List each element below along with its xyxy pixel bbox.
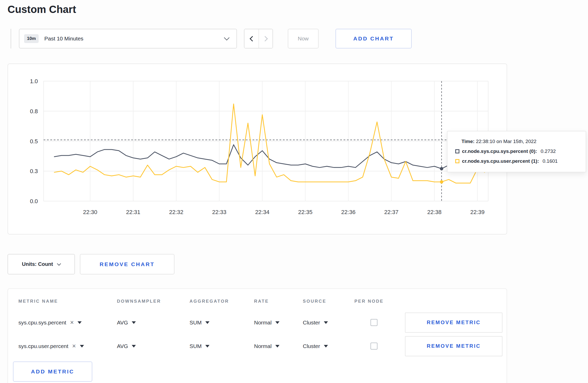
svg-text:22:32: 22:32 xyxy=(169,209,183,215)
tooltip-time-label: Time: xyxy=(461,139,474,144)
svg-text:22:39: 22:39 xyxy=(470,209,485,215)
per-node-checkbox[interactable] xyxy=(370,319,377,326)
x-icon[interactable]: ✕ xyxy=(70,320,74,325)
downsampler-value: AVG xyxy=(117,320,128,326)
metric-name-value: sys.cpu.sys.percent xyxy=(18,320,66,326)
column-header: RATE xyxy=(254,299,303,304)
source-select[interactable]: Cluster xyxy=(303,320,354,326)
tooltip-series-row: cr.node.sys.cpu.sys.percent (0): 0.2732 xyxy=(455,148,578,154)
chart-actions: Units: Count REMOVE CHART xyxy=(8,254,580,274)
svg-text:0.0: 0.0 xyxy=(30,198,38,204)
tooltip-time-value: 22:38:10 on Mar 15th, 2022 xyxy=(476,139,536,144)
metric-name-select[interactable]: sys.cpu.sys.percent ✕ xyxy=(18,320,117,326)
svg-text:22:36: 22:36 xyxy=(341,209,355,215)
svg-text:22:35: 22:35 xyxy=(298,209,312,215)
aggregator-select[interactable]: SUM xyxy=(190,343,254,349)
rate-value: Normal xyxy=(254,320,272,326)
metric-name-select[interactable]: sys.cpu.user.percent ✕ xyxy=(18,343,117,349)
x-icon[interactable]: ✕ xyxy=(72,343,76,349)
caret-down-icon xyxy=(324,321,328,324)
caret-down-icon xyxy=(275,345,279,347)
page-title: Custom Chart xyxy=(8,4,580,15)
tooltip-series-row: cr.node.sys.cpu.user.percent (1): 0.1601 xyxy=(455,158,578,164)
aggregator-value: SUM xyxy=(190,320,202,326)
rate-select[interactable]: Normal xyxy=(254,343,303,349)
metrics-table: METRIC NAME DOWNSAMPLER AGGREGATOR RATE … xyxy=(8,288,507,383)
caret-down-icon xyxy=(80,345,84,347)
tooltip-series-value: 0.1601 xyxy=(543,158,558,164)
chevron-right-icon xyxy=(262,36,268,41)
chevron-down-icon xyxy=(57,262,61,266)
series-user-swatch-icon xyxy=(455,159,459,163)
svg-text:22:30: 22:30 xyxy=(83,209,97,215)
column-header: METRIC NAME xyxy=(18,299,117,304)
tooltip-series-label: cr.node.sys.cpu.user.percent (1): xyxy=(462,158,539,164)
column-header: SOURCE xyxy=(303,299,354,304)
time-range-badge: 10m xyxy=(24,34,39,43)
now-button[interactable]: Now xyxy=(288,29,319,48)
remove-metric-button[interactable]: REMOVE METRIC xyxy=(405,313,502,333)
svg-text:22:38: 22:38 xyxy=(427,209,442,215)
custom-chart-page: Custom Chart 10m Past 10 Minutes Now ADD… xyxy=(0,0,588,383)
svg-text:0.3: 0.3 xyxy=(30,168,38,174)
time-nav-group xyxy=(244,29,273,48)
svg-text:22:34: 22:34 xyxy=(255,209,269,215)
metric-row: sys.cpu.user.percent ✕ AVG SUM Normal Cl… xyxy=(13,334,507,358)
caret-down-icon xyxy=(132,345,136,347)
svg-text:1.0: 1.0 xyxy=(30,78,38,84)
add-metric-button[interactable]: ADD METRIC xyxy=(13,361,92,382)
source-select[interactable]: Cluster xyxy=(303,343,354,349)
aggregator-select[interactable]: SUM xyxy=(190,320,254,326)
remove-metric-cell: REMOVE METRIC xyxy=(405,313,507,333)
units-select[interactable]: Units: Count xyxy=(8,254,75,274)
time-forward-button[interactable] xyxy=(258,29,272,48)
time-range-select[interactable]: 10m Past 10 Minutes xyxy=(19,29,237,48)
toolbar: 10m Past 10 Minutes Now ADD CHART xyxy=(8,29,580,48)
per-node-checkbox[interactable] xyxy=(370,343,377,350)
svg-text:0.8: 0.8 xyxy=(30,108,38,115)
caret-down-icon xyxy=(205,345,209,347)
series-sys-swatch-icon xyxy=(455,149,459,153)
time-range-label: Past 10 Minutes xyxy=(44,36,83,42)
column-header: AGGREGATOR xyxy=(190,299,254,304)
metrics-line-chart[interactable]: 0.00.30.50.81.022:3022:3122:3222:3322:34… xyxy=(8,64,507,234)
toolbar-divider xyxy=(11,29,11,48)
caret-down-icon xyxy=(205,321,209,324)
downsampler-value: AVG xyxy=(117,343,128,349)
chart-card: 0.00.30.50.81.022:3022:3122:3222:3322:34… xyxy=(8,63,507,235)
per-node-cell xyxy=(354,343,405,350)
time-back-button[interactable] xyxy=(244,29,258,48)
caret-down-icon xyxy=(324,345,328,347)
svg-text:0.5: 0.5 xyxy=(30,138,38,145)
aggregator-value: SUM xyxy=(190,343,202,349)
remove-metric-cell: REMOVE METRIC xyxy=(405,336,507,356)
chart-tooltip: Time: 22:38:10 on Mar 15th, 2022 cr.node… xyxy=(447,131,586,172)
metric-name-value: sys.cpu.user.percent xyxy=(18,343,68,349)
downsampler-select[interactable]: AVG xyxy=(117,343,190,349)
caret-down-icon xyxy=(132,321,136,324)
tooltip-time-row: Time: 22:38:10 on Mar 15th, 2022 xyxy=(455,139,578,144)
source-value: Cluster xyxy=(303,320,320,326)
metric-row: sys.cpu.sys.percent ✕ AVG SUM Normal Clu… xyxy=(13,311,507,334)
svg-text:22:33: 22:33 xyxy=(212,209,226,215)
svg-text:22:37: 22:37 xyxy=(384,209,398,215)
tooltip-series-value: 0.2732 xyxy=(541,148,556,154)
chevron-left-icon xyxy=(249,36,255,41)
remove-chart-button[interactable]: REMOVE CHART xyxy=(80,254,174,274)
column-header: PER NODE xyxy=(354,299,405,304)
svg-text:22:31: 22:31 xyxy=(126,209,140,215)
caret-down-icon xyxy=(78,321,82,324)
remove-metric-button[interactable]: REMOVE METRIC xyxy=(405,336,502,356)
rate-value: Normal xyxy=(254,343,272,349)
units-label: Units: Count xyxy=(22,261,53,267)
per-node-cell xyxy=(354,319,405,326)
caret-down-icon xyxy=(275,321,279,324)
downsampler-select[interactable]: AVG xyxy=(117,320,190,326)
add-chart-button[interactable]: ADD CHART xyxy=(335,29,412,48)
rate-select[interactable]: Normal xyxy=(254,320,303,326)
column-header: DOWNSAMPLER xyxy=(117,299,190,304)
chevron-down-icon xyxy=(224,35,229,40)
source-value: Cluster xyxy=(303,343,320,349)
metrics-table-header: METRIC NAME DOWNSAMPLER AGGREGATOR RATE … xyxy=(13,289,507,311)
tooltip-series-label: cr.node.sys.cpu.sys.percent (0): xyxy=(462,148,537,154)
